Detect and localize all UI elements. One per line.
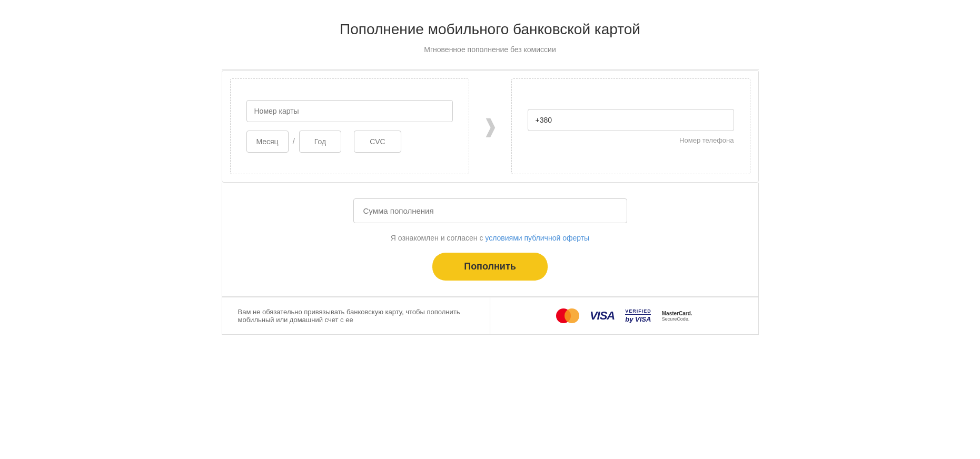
card-form-panel: / [230,78,469,174]
footer-right-icons: VISA VERIFIED by VISA MasterCard. Secure… [490,298,758,334]
mc-securecode-icon: MasterCard. SecureCode. [662,311,692,322]
page-title: Пополнение мобильного банковской картой [222,21,759,38]
verified-by-visa-icon: VERIFIED by VISA [625,308,651,323]
cvc-input[interactable] [354,131,401,153]
phone-form-panel: Номер телефона [511,78,750,174]
terms-link[interactable]: условиями публичной оферты [485,234,589,242]
amount-section: Я ознакомлен и согласен с условиями публ… [222,183,759,297]
footer-left-text: Вам не обязательно привязывать банковску… [222,297,491,334]
amount-input[interactable] [353,198,627,223]
phone-input[interactable] [528,109,734,131]
terms-text: Я ознакомлен и согласен с условиями публ… [391,234,589,242]
mastercard-icon [556,308,579,323]
submit-button[interactable]: Пополнить [432,253,548,281]
card-phone-section: / ❱ Номер телефона [222,70,759,183]
page-subtitle: Мгновенное пополнение без комиссии [222,45,759,54]
month-input[interactable] [246,131,289,153]
mc-circle-right [565,308,579,323]
visa-icon: VISA [590,309,615,323]
footer-section: Вам не обязательно привязывать банковску… [222,297,759,335]
arrow-separator: ❱ [477,71,503,182]
chevron-right-icon: ❱ [482,115,498,137]
phone-label: Номер телефона [528,136,734,144]
card-bottom-row: / [246,131,453,153]
year-input[interactable] [299,131,341,153]
card-number-input[interactable] [246,100,453,122]
slash-separator: / [293,137,295,146]
